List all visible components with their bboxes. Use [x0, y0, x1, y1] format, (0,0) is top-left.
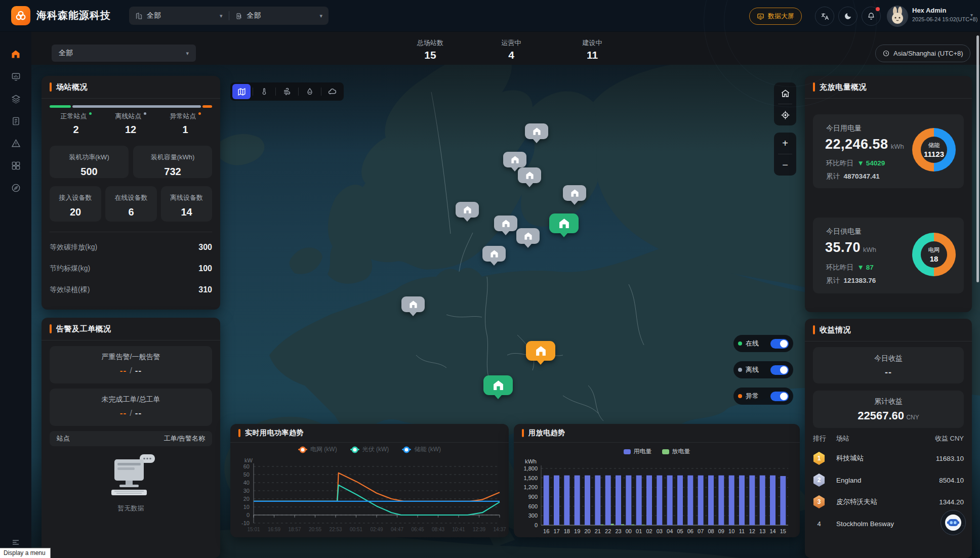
- user-avatar[interactable]: [887, 6, 908, 27]
- menu-icon: [11, 538, 20, 547]
- svg-text:kW: kW: [244, 457, 253, 463]
- legend-item-storage[interactable]: 储能 (kW): [402, 445, 441, 454]
- legend-item-solar[interactable]: 光伏 (kW): [350, 445, 389, 454]
- rank-2-badge: 2: [813, 474, 825, 487]
- online-switch[interactable]: [770, 339, 789, 349]
- svg-text:60: 60: [243, 463, 250, 469]
- trend-down-icon: ▼: [858, 264, 864, 271]
- page-scrollbar[interactable]: [976, 35, 979, 282]
- wind-icon: [283, 88, 292, 96]
- svg-text:22: 22: [605, 528, 611, 534]
- timezone-button[interactable]: Asia/Shanghai (UTC+8): [875, 45, 970, 62]
- user-name: Hex Admin: [912, 7, 977, 14]
- bar-chart-legend: 用电量 放电量: [514, 447, 800, 456]
- sidebar-item-layers[interactable]: [7, 90, 24, 107]
- zoom-out-button[interactable]: −: [774, 154, 796, 176]
- data-bigscreen-button[interactable]: 数据大屏: [749, 8, 802, 25]
- alarm-workorder-panel: 告警及工单概况 严重告警/一般告警 --/-- 未完成工单/总工单 --/-- …: [42, 318, 220, 558]
- status-abnormal-stations: 异常站点 1: [159, 111, 212, 136]
- station-filter-select[interactable]: 全部 ▾: [52, 45, 196, 62]
- installed-power-card: 装机功率(kW)500: [50, 146, 129, 178]
- svg-text:00: 00: [626, 528, 632, 534]
- weather-layer-button[interactable]: [321, 82, 344, 101]
- station-filter-value: 全部: [59, 49, 73, 58]
- svg-text:09: 09: [718, 528, 724, 534]
- map-locate-button[interactable]: [774, 104, 796, 125]
- legend-item-grid[interactable]: 电网 (kW): [298, 445, 337, 454]
- accent-bar: [50, 324, 52, 333]
- sidebar-item-home[interactable]: [7, 46, 24, 63]
- dashboard-root: + − 在线 离线 异常 海科森能源科技 全部 ▾: [0, 0, 980, 558]
- org-select-value: 全部: [147, 11, 220, 20]
- alarm-switch[interactable]: [770, 392, 789, 401]
- accent-bar: [813, 325, 815, 334]
- empty-computer-icon: [103, 453, 159, 497]
- humidity-layer-button[interactable]: [299, 82, 321, 101]
- notifications-button[interactable]: [862, 7, 881, 26]
- svg-text:30: 30: [243, 488, 250, 494]
- toggle-alarm: 异常: [733, 388, 793, 405]
- svg-text:15:01: 15:01: [247, 527, 260, 532]
- station-pin-offline[interactable]: [401, 296, 425, 312]
- station-pin-offline[interactable]: [494, 216, 517, 231]
- status-normal-stations: 正常站点 2: [50, 111, 102, 136]
- sidebar-item-workorder[interactable]: [7, 112, 24, 130]
- app-header: 海科森能源科技 全部 ▾ 全部 ▾ 数据大屏: [0, 0, 980, 32]
- panel-title: 场站概况: [56, 82, 88, 92]
- station-pin-offline[interactable]: [525, 123, 548, 139]
- svg-text:10: 10: [243, 504, 250, 510]
- accent-bar: [50, 82, 52, 92]
- wind-layer-button[interactable]: [276, 82, 298, 101]
- brand-logo-icon: [11, 6, 30, 25]
- charge-discharge-trend-panel: 用放电趋势 用电量 放电量 1,8001,5001,2009006003000k…: [514, 424, 800, 537]
- svg-text:12:39: 12:39: [473, 527, 485, 532]
- svg-text:13: 13: [759, 528, 765, 534]
- legend-item-consumption[interactable]: 用电量: [624, 447, 652, 456]
- station-pin-online[interactable]: [483, 375, 513, 395]
- legend-item-discharge[interactable]: 放电量: [662, 447, 690, 456]
- temperature-layer-button[interactable]: [253, 82, 275, 101]
- chevron-down-icon: ▾: [319, 13, 322, 19]
- charger-icon: [235, 12, 243, 20]
- toggle-label: 离线: [746, 365, 770, 374]
- svg-text:21: 21: [595, 528, 601, 534]
- org-select[interactable]: 全部 ▾: [129, 7, 229, 25]
- total-revenue-value: 22567.60: [858, 409, 904, 422]
- revenue-rank-row: 1 科技城站 11683.10: [813, 449, 964, 467]
- toggle-offline: 离线: [733, 361, 793, 378]
- map-layer-button[interactable]: [230, 82, 253, 101]
- station-pin-offline[interactable]: [482, 246, 506, 262]
- station-pin-alarm[interactable]: [526, 341, 555, 361]
- station-type-select[interactable]: 全部 ▾: [229, 7, 329, 25]
- total-revenue-card: 累计收益 22567.60 CNY: [813, 391, 964, 428]
- station-pin-offline[interactable]: [503, 152, 526, 167]
- power-trend-chart: 6050403020100-10kW15:0116:5918:5720:5522…: [230, 424, 509, 537]
- installed-capacity-card: 装机容量(kWh)732: [133, 146, 212, 178]
- svg-text:10: 10: [728, 528, 734, 534]
- stat-under-construction: 建设中 11: [557, 38, 628, 61]
- coal-row: 节约标煤(kg)100: [50, 264, 212, 273]
- station-pin-offline[interactable]: [563, 185, 586, 201]
- building-icon: [135, 12, 143, 20]
- zoom-in-button[interactable]: +: [774, 133, 796, 154]
- sidebar-item-monitor[interactable]: [7, 68, 24, 85]
- station-pin-offline[interactable]: [456, 202, 479, 218]
- user-menu-caret[interactable]: ▾: [970, 12, 973, 18]
- revenue-rank-row: 2 England 8504.10: [813, 471, 964, 489]
- panel-title: 告警及工单概况: [56, 324, 111, 334]
- language-button[interactable]: [815, 7, 834, 26]
- sidebar-item-compass[interactable]: [7, 179, 24, 196]
- dark-mode-button[interactable]: [838, 7, 858, 26]
- today-supply-value: 35.70: [825, 240, 861, 255]
- svg-text:06:45: 06:45: [411, 527, 424, 532]
- station-pin-online[interactable]: [549, 213, 579, 233]
- svg-text:11: 11: [739, 528, 745, 534]
- station-pin-offline[interactable]: [516, 228, 540, 244]
- today-consumption-card: 今日用电量 22,246.58kWh 环比昨日 ▼ 54029 累计 48703…: [813, 114, 964, 188]
- sidebar-item-alarm[interactable]: [7, 135, 24, 152]
- browser-status-tooltip: Display a menu: [0, 548, 51, 558]
- sidebar-item-assets[interactable]: [7, 157, 24, 174]
- station-pin-offline[interactable]: [518, 167, 541, 183]
- ai-assistant-button[interactable]: [941, 510, 966, 535]
- offline-switch[interactable]: [770, 365, 789, 375]
